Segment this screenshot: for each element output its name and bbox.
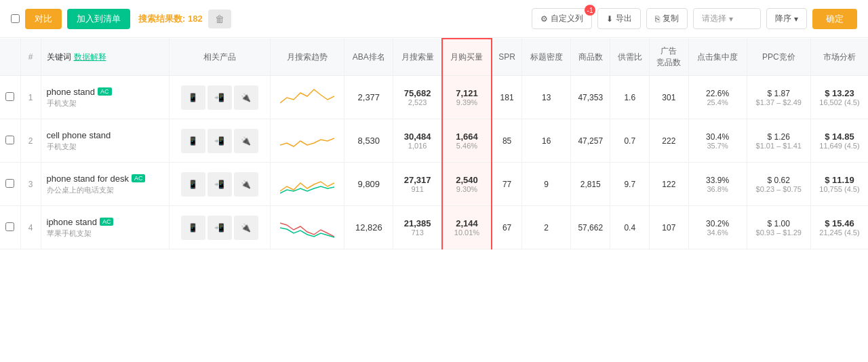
copy-button[interactable]: ⎘ 复制 [646, 8, 688, 29]
select-dropdown[interactable]: 请选择 ▾ [693, 8, 761, 29]
title-density: 9 [522, 163, 571, 206]
trend-cell [271, 206, 344, 249]
th-checkbox [0, 39, 20, 76]
aba-rank: 2,377 [344, 76, 393, 119]
row-checkbox[interactable] [5, 179, 14, 188]
copy-icon: ⎘ [655, 14, 660, 24]
product-img-3: 🔌 [234, 85, 258, 110]
keyword-text: iphone stand [47, 217, 97, 227]
th-title-density: 标题密度 [522, 39, 571, 76]
product-img-3: 🔌 [234, 216, 258, 240]
export-icon: ⬇ [606, 14, 613, 24]
monthly-purchase: 2,540 9.30% [442, 163, 492, 206]
sort-icon: ▾ [794, 14, 798, 24]
keyword-cell: cell phone stand 手机支架 [41, 119, 169, 163]
row-checkbox[interactable] [5, 136, 14, 144]
ppc-bid: $ 1.26 $1.01 – $1.41 [747, 119, 810, 163]
product-img-2: 📲 [208, 129, 232, 153]
product-img-2: 📲 [208, 216, 232, 240]
supply-demand: 0.4 [610, 206, 650, 249]
main-container: 对比 加入到清单 搜索结果数: 182 🗑 ⚙ 自定义列 -1 ⬇ 导出 ⎘ 复… [0, 0, 868, 362]
products-cell: 📱 📲 🔌 [169, 76, 270, 119]
select-placeholder-text: 请选择 [702, 13, 726, 24]
ad-products: 222 [650, 119, 689, 163]
custom-badge: -1 [585, 5, 595, 16]
trend-cell [271, 119, 344, 163]
monthly-search: 30,484 1,016 [393, 119, 442, 163]
product-count: 2,815 [571, 163, 610, 206]
select-all-checkbox[interactable] [11, 14, 20, 23]
market-analysis: $ 15.46 21,245 (4.5) [810, 206, 868, 249]
title-density: 2 [522, 206, 571, 249]
th-product-count: 商品数 [571, 39, 610, 76]
ad-products: 122 [650, 163, 689, 206]
delete-icon: 🗑 [215, 14, 224, 24]
th-spr: SPR [492, 39, 522, 76]
row-checkbox-cell [0, 119, 20, 163]
trend-chart [280, 126, 334, 153]
ppc-bid: $ 0.62 $0.23 – $0.75 [747, 163, 810, 206]
row-checkbox[interactable] [5, 92, 14, 101]
products-cell: 📱 📲 🔌 [169, 206, 270, 249]
click-concentration: 30.2% 34.6% [688, 206, 747, 249]
products-list: 📱 📲 🔌 [174, 129, 266, 153]
confirm-button[interactable]: 确定 [812, 9, 857, 29]
row-no: 1 [20, 76, 41, 119]
export-button[interactable]: ⬇ 导出 [597, 8, 641, 29]
ad-products: 107 [650, 206, 689, 249]
monthly-purchase: 7,121 9.39% [442, 76, 492, 119]
click-concentration: 33.9% 36.8% [688, 163, 747, 206]
row-checkbox-cell [0, 163, 20, 206]
row-checkbox[interactable] [5, 222, 14, 231]
title-density: 13 [522, 76, 571, 119]
sort-button[interactable]: 降序 ▾ [766, 8, 807, 29]
supply-demand: 0.7 [610, 119, 650, 163]
export-label: 导出 [616, 13, 632, 24]
search-result-text: 搜索结果数: 182 [138, 13, 203, 25]
keyword-main: phone stand for desk AC [47, 174, 165, 184]
products-list: 📱 📲 🔌 [174, 216, 266, 240]
trend-cell [271, 76, 344, 119]
keyword-main: iphone stand AC [47, 217, 165, 227]
gear-icon: ⚙ [540, 14, 548, 24]
row-checkbox-cell [0, 76, 20, 119]
trend-cell [271, 163, 344, 206]
supply-demand: 1.6 [610, 76, 650, 119]
custom-columns-button[interactable]: ⚙ 自定义列 -1 [532, 8, 592, 29]
market-analysis: $ 11.19 10,755 (4.5) [810, 163, 868, 206]
click-concentration: 30.4% 35.7% [688, 119, 747, 163]
th-supply-demand: 供需比 [610, 39, 650, 76]
monthly-purchase: 1,664 5.46% [442, 119, 492, 163]
toolbar-right: ⚙ 自定义列 -1 ⬇ 导出 ⎘ 复制 请选择 ▾ 降序 ▾ 确定 [532, 8, 857, 29]
keyword-sub: 苹果手机支架 [47, 228, 165, 239]
product-img-1: 📱 [181, 129, 205, 153]
th-click-concentration: 点击集中度 [688, 39, 747, 76]
table-row: 1 phone stand AC 手机支架 📱 📲 🔌 2,377 75,682 [0, 76, 868, 119]
spr: 85 [492, 119, 522, 163]
monthly-search: 21,385 713 [393, 206, 442, 249]
row-no: 3 [20, 163, 41, 206]
aba-rank: 8,530 [344, 119, 393, 163]
products-list: 📱 📲 🔌 [174, 172, 266, 197]
spr: 67 [492, 206, 522, 249]
delete-button[interactable]: 🗑 [208, 9, 231, 28]
title-density: 16 [522, 119, 571, 163]
th-monthly-trend: 月搜索趋势 [271, 39, 344, 76]
spr: 181 [492, 76, 522, 119]
products-cell: 📱 📲 🔌 [169, 119, 270, 163]
aba-rank: 9,809 [344, 163, 393, 206]
add-to-list-button[interactable]: 加入到清单 [67, 9, 130, 29]
th-monthly-purchase: 月购买量 [442, 39, 492, 76]
th-keyword: 关键词 数据解释 [41, 39, 169, 76]
spr: 77 [492, 163, 522, 206]
main-table: # 关键词 数据解释 相关产品 月搜索趋势 ABA排名 月搜索量 月购买量 SP… [0, 38, 868, 249]
keyword-sub: 手机支架 [47, 142, 165, 152]
ppc-bid: $ 1.87 $1.37 – $2.49 [747, 76, 810, 119]
aba-rank: 12,826 [344, 206, 393, 249]
product-img-3: 🔌 [234, 129, 258, 153]
toolbar: 对比 加入到清单 搜索结果数: 182 🗑 ⚙ 自定义列 -1 ⬇ 导出 ⎘ 复… [0, 0, 868, 38]
monthly-purchase: 2,144 10.01% [442, 206, 492, 249]
compare-button[interactable]: 对比 [25, 9, 62, 29]
supply-demand: 9.7 [610, 163, 650, 206]
data-tab[interactable]: 数据解释 [74, 52, 106, 63]
